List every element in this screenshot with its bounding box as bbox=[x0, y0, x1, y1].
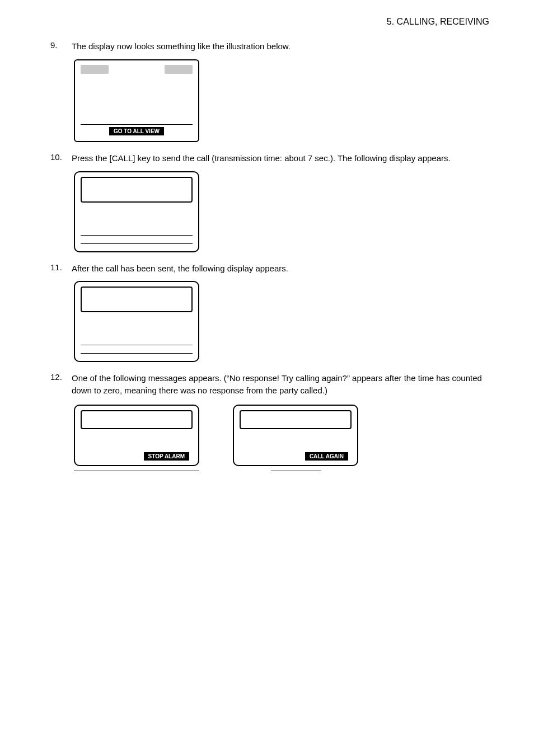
caption-line-right bbox=[271, 471, 321, 471]
step-text: After the call has been sent, the follow… bbox=[72, 262, 489, 275]
display-bottom-bar: CALL AGAIN bbox=[240, 452, 352, 461]
call-again-button: CALL AGAIN bbox=[305, 452, 348, 461]
display-inner-box bbox=[81, 177, 193, 203]
divider-line bbox=[81, 243, 193, 244]
gray-box-left bbox=[81, 65, 109, 74]
step-11: 11. After the call has been sent, the fo… bbox=[50, 262, 489, 275]
gray-box-right bbox=[165, 65, 193, 74]
display-top-row bbox=[81, 65, 193, 74]
divider-line bbox=[81, 235, 193, 236]
step-text: Press the [CALL] key to send the call (t… bbox=[72, 152, 489, 165]
display-bottom-bar: GO TO ALL VIEW bbox=[81, 124, 193, 135]
divider-line bbox=[81, 345, 193, 345]
step-9: 9. The display now looks something like … bbox=[50, 40, 489, 53]
instruction-list: 9. The display now looks something like … bbox=[50, 40, 489, 53]
page-header: 5. CALLING, RECEIVING bbox=[50, 17, 489, 27]
display-divider-area bbox=[81, 233, 193, 246]
caption-line-left bbox=[74, 471, 199, 471]
step-number: 10. bbox=[50, 152, 72, 165]
step-text: One of the following messages appears. (… bbox=[72, 372, 489, 397]
stop-alarm-button: STOP ALARM bbox=[144, 452, 189, 461]
display-screen-1: GO TO ALL VIEW bbox=[74, 59, 199, 142]
display-inner-box bbox=[81, 287, 193, 312]
step-text: The display now looks something like the… bbox=[72, 40, 489, 53]
display-bottom-bar: STOP ALARM bbox=[81, 452, 193, 461]
divider-line bbox=[81, 353, 193, 354]
display-screen-3 bbox=[74, 281, 199, 362]
go-to-all-view-button: GO TO ALL VIEW bbox=[109, 127, 164, 135]
illustration-1: GO TO ALL VIEW bbox=[74, 59, 489, 142]
display-inner-box bbox=[81, 410, 193, 429]
display-body bbox=[81, 76, 193, 124]
step-12: 12. One of the following messages appear… bbox=[50, 372, 489, 397]
illustration-3 bbox=[74, 281, 489, 362]
step-number: 9. bbox=[50, 40, 72, 53]
display-screen-call-again: CALL AGAIN bbox=[233, 405, 358, 466]
caption-underlines bbox=[74, 471, 489, 471]
display-screen-stop-alarm: STOP ALARM bbox=[74, 405, 199, 466]
display-inner-box bbox=[240, 410, 352, 429]
illustration-4-pair: STOP ALARM CALL AGAIN bbox=[74, 405, 489, 466]
step-number: 11. bbox=[50, 262, 72, 275]
illustration-2 bbox=[74, 171, 489, 252]
display-divider-area bbox=[81, 343, 193, 355]
display-screen-2 bbox=[74, 171, 199, 252]
step-10: 10. Press the [CALL] key to send the cal… bbox=[50, 152, 489, 165]
step-number: 12. bbox=[50, 372, 72, 397]
